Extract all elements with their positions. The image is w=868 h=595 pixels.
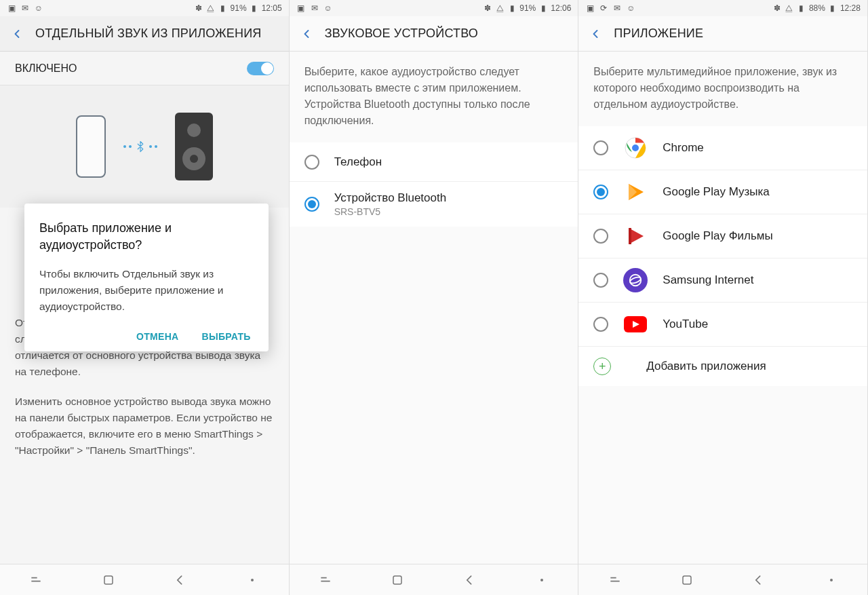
device-label: Телефон <box>334 155 382 169</box>
master-toggle-row[interactable]: ВКЛЮЧЕНО <box>0 52 289 85</box>
samsung-internet-icon <box>623 268 648 292</box>
device-option-phone[interactable]: Телефон <box>290 142 578 182</box>
radio-button[interactable] <box>304 155 319 170</box>
dialog-title: Выбрать приложение и аудиоустройство? <box>39 220 254 254</box>
battery-icon: ▮ <box>828 3 837 13</box>
add-apps-label: Добавить приложения <box>646 360 766 373</box>
youtube-icon <box>623 312 648 337</box>
app-option-play-music[interactable]: Google Play Музыка <box>578 170 867 214</box>
radio-button[interactable] <box>593 273 608 288</box>
signal-icon: ▮ <box>507 3 517 13</box>
profile-icon: ☺ <box>626 3 635 13</box>
info-para-2: Изменить основное устройство вывода звук… <box>15 394 274 459</box>
battery-text: 88% <box>809 3 825 13</box>
radio-button[interactable] <box>593 229 608 244</box>
header: ОТДЕЛЬНЫЙ ЗВУК ИЗ ПРИЛОЖЕНИЯ <box>0 16 289 52</box>
clock-text: 12:06 <box>551 3 571 13</box>
nav-dot[interactable] <box>823 571 840 589</box>
app-option-play-movies[interactable]: Google Play Фильмы <box>578 214 867 258</box>
header: ПРИЛОЖЕНИЕ <box>578 16 867 52</box>
nav-home[interactable] <box>678 571 696 589</box>
bluetooth-icon: ✽ <box>194 3 203 13</box>
wifi-icon: ⧋ <box>785 3 794 13</box>
profile-icon: ☺ <box>34 3 43 13</box>
radio-button[interactable] <box>593 140 608 155</box>
nav-recents[interactable] <box>606 571 624 589</box>
battery-icon: ▮ <box>250 3 259 13</box>
message-icon: ✉ <box>20 3 30 13</box>
status-bar: ▣ ⟳ ✉ ☺ ✽ ⧋ ▮ 88% ▮ 12:28 <box>578 0 867 16</box>
nav-back[interactable] <box>172 571 189 589</box>
nav-bar <box>290 564 578 595</box>
toggle-label: ВКЛЮЧЕНО <box>15 62 77 75</box>
speaker-icon <box>175 113 213 180</box>
signal-icon: ▮ <box>218 3 228 13</box>
message-icon: ✉ <box>310 3 319 13</box>
radio-button[interactable] <box>593 317 608 332</box>
app-option-youtube[interactable]: YouTube <box>578 303 867 347</box>
add-apps-button[interactable]: + Добавить приложения <box>578 347 867 386</box>
radio-button[interactable] <box>593 185 608 199</box>
page-title: ОТДЕЛЬНЫЙ ЗВУК ИЗ ПРИЛОЖЕНИЯ <box>35 26 262 41</box>
gallery-icon: ▣ <box>585 3 595 13</box>
nav-home[interactable] <box>389 571 406 589</box>
profile-icon: ☺ <box>323 3 333 13</box>
sync-icon: ⟳ <box>599 3 608 13</box>
svg-rect-0 <box>104 576 113 584</box>
nav-back[interactable] <box>750 571 768 589</box>
svg-point-3 <box>540 579 543 581</box>
play-music-icon <box>623 180 648 204</box>
signal-icon: ▮ <box>797 3 806 13</box>
app-list: Chrome Google Play Музыка Google Play Фи… <box>578 126 867 386</box>
screen-audio-device: ▣ ✉ ☺ ✽ ⧋ ▮ 91% ▮ 12:06 ЗВУКОВОЕ УСТРОЙС… <box>290 0 579 595</box>
wifi-icon: ⧋ <box>495 3 505 13</box>
app-option-samsung-internet[interactable]: Samsung Internet <box>578 258 867 303</box>
back-button[interactable] <box>588 26 603 41</box>
app-label: Samsung Internet <box>663 273 753 287</box>
plus-icon: + <box>593 358 611 375</box>
description: Выберите, какое аудиоустройство следует … <box>290 52 578 142</box>
battery-text: 91% <box>519 3 536 13</box>
svg-point-1 <box>251 579 254 581</box>
app-label: Google Play Музыка <box>663 185 769 199</box>
nav-recents[interactable] <box>317 571 334 589</box>
battery-icon: ▮ <box>538 3 548 13</box>
svg-rect-10 <box>629 228 631 244</box>
bluetooth-icon: ✽ <box>483 3 492 13</box>
svg-point-16 <box>830 579 833 581</box>
screen-separate-app-sound: ▣ ✉ ☺ ✽ ⧋ ▮ 91% ▮ 12:05 ОТДЕЛЬНЫЙ ЗВУК И… <box>0 0 290 595</box>
nav-back[interactable] <box>461 571 479 589</box>
toggle-switch[interactable] <box>247 62 274 75</box>
svg-rect-15 <box>683 576 691 584</box>
bluetooth-icon: ✽ <box>772 3 782 13</box>
app-option-chrome[interactable]: Chrome <box>578 126 867 170</box>
nav-home[interactable] <box>100 571 117 589</box>
device-option-bluetooth[interactable]: Устройство Bluetooth SRS-BTV5 <box>290 182 578 227</box>
device-list: Телефон Устройство Bluetooth SRS-BTV5 <box>290 142 578 227</box>
page-title: ЗВУКОВОЕ УСТРОЙСТВО <box>325 26 478 41</box>
phone-icon <box>76 115 106 178</box>
back-button[interactable] <box>9 26 24 41</box>
app-label: Google Play Фильмы <box>663 229 772 243</box>
status-bar: ▣ ✉ ☺ ✽ ⧋ ▮ 91% ▮ 12:05 <box>0 0 289 16</box>
nav-dot[interactable] <box>533 571 551 589</box>
nav-dot[interactable] <box>243 571 261 589</box>
app-label: Chrome <box>663 141 703 155</box>
clock-text: 12:05 <box>262 3 282 13</box>
screen-application: ▣ ⟳ ✉ ☺ ✽ ⧋ ▮ 88% ▮ 12:28 ПРИЛОЖЕНИЕ Выб… <box>578 0 868 595</box>
back-button[interactable] <box>299 26 314 41</box>
app-label: YouTube <box>663 318 708 331</box>
message-icon: ✉ <box>612 3 622 13</box>
nav-bar <box>0 564 289 595</box>
nav-bar <box>578 564 867 595</box>
cancel-button[interactable]: ОТМЕНА <box>136 331 178 342</box>
nav-recents[interactable] <box>27 571 45 589</box>
select-app-device-dialog: Выбрать приложение и аудиоустройство? Чт… <box>24 204 269 351</box>
select-button[interactable]: ВЫБРАТЬ <box>202 331 251 342</box>
bluetooth-connection-icon <box>123 139 157 154</box>
illustration <box>0 85 289 208</box>
radio-button[interactable] <box>304 197 319 212</box>
clock-text: 12:28 <box>840 3 861 13</box>
header: ЗВУКОВОЕ УСТРОЙСТВО <box>290 16 578 52</box>
svg-point-6 <box>631 144 639 152</box>
